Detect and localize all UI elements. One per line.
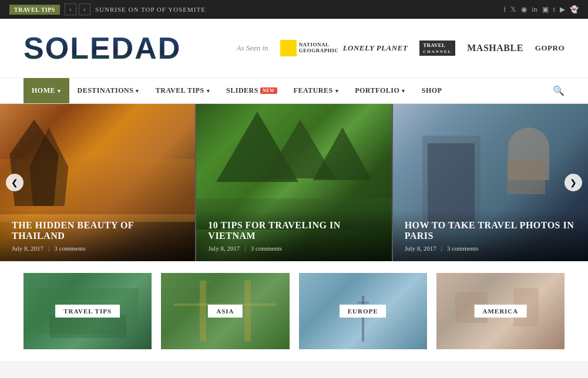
slide-3-overlay: HOW TO TAKE TRAVEL PHOTOS IN PARIS July … [393,211,588,261]
slide-1[interactable]: THE HIDDEN BEAUTY OF THAILAND July 8, 20… [0,104,195,261]
destinations-chevron: ▾ [136,88,139,94]
hero-slider: ❮ THE HIDDEN BEAUTY OF THAILAND July 8, … [0,104,588,261]
cat-label-europe: EUROPE [340,305,387,318]
as-seen-in-text: As Seen in [236,43,268,53]
slider-next-button[interactable]: ❯ [565,174,582,191]
travel-channel-text: travelCHANNEL [419,41,455,56]
new-badge: NEW [260,87,277,94]
slide-3-meta: July 8, 2017 | 3 comments [405,245,576,252]
search-icon[interactable]: 🔍 [553,85,565,96]
cat-label-travel-tips: TRAVEL TIPS [55,305,120,318]
snapchat-icon[interactable]: 👻 [570,5,579,14]
slide-3-sep: | [441,245,442,252]
lonely-planet-text: lonely planet [343,43,408,53]
cat-america[interactable]: AMERICA [436,273,565,349]
home-chevron: ▾ [58,88,61,94]
nav-items: HOME ▾ DESTINATIONS ▾ TRAVEL TIPS ▾ SLID… [23,78,450,103]
nav-home[interactable]: HOME ▾ [23,78,69,103]
nat-geo-text: NATIONAL GEOGRAPHIC [299,42,331,54]
gopro-text: GoPro [535,43,565,53]
youtube-icon[interactable]: ▶ [560,5,565,14]
tumblr-icon[interactable]: t [553,5,555,14]
slide-1-title: THE HIDDEN BEAUTY OF THAILAND [12,220,183,241]
nav-travel-tips[interactable]: TRAVEL TIPS ▾ [147,78,218,103]
headline-next-button[interactable]: › [79,4,90,15]
slide-2-overlay: 10 TIPS FOR TRAVELING IN VIETNAM July 8,… [196,211,391,261]
facebook-icon[interactable]: f [503,5,506,14]
slide-3-title: HOW TO TAKE TRAVEL PHOTOS IN PARIS [405,220,576,241]
top-bar-left: TRAVEL TIPS ‹ › SUNRISE ON TOP OF YOSEMI… [9,4,206,15]
travel-tips-badge: TRAVEL TIPS [9,5,60,15]
slide-2[interactable]: 10 TIPS FOR TRAVELING IN VIETNAM July 8,… [196,104,391,261]
social-icons: f 𝕏 ◉ in ▣ t ▶ 👻 [503,5,579,14]
slide-1-meta: July 8, 2017 | 3 comments [12,245,183,252]
lonely-planet-logo: lonely planet [343,43,408,53]
travel-channel-logo: travelCHANNEL [419,41,455,56]
cat-label-asia: ASIA [208,305,242,318]
partner-logos: As Seen in NATIONAL GEOGRAPHIC lonely pl… [236,40,565,56]
top-bar: TRAVEL TIPS ‹ › SUNRISE ON TOP OF YOSEMI… [0,0,588,19]
slide-2-sep: | [244,245,246,252]
site-logo[interactable]: SOLEDAD [23,31,181,66]
cat-asia[interactable]: ASIA [161,273,289,349]
slider-prev-button[interactable]: ❮ [6,174,23,191]
national-geographic-logo: NATIONAL GEOGRAPHIC [280,40,331,56]
gopro-logo: GoPro [535,43,565,53]
slide-1-comments: 3 comments [54,245,85,252]
slide-2-date: July 8, 2017 [208,245,240,252]
slide-3-date: July 8, 2017 [405,245,436,252]
nav-destinations[interactable]: DESTINATIONS ▾ [69,78,147,103]
main-nav: HOME ▾ DESTINATIONS ▾ TRAVEL TIPS ▾ SLID… [0,78,588,104]
nav-features[interactable]: FEATURES ▾ [285,78,347,103]
twitter-icon[interactable]: 𝕏 [510,5,516,14]
nav-sliders[interactable]: SLIDERS NEW [218,78,285,103]
cat-europe[interactable]: EUROPE [299,273,427,349]
header: SOLEDAD As Seen in NATIONAL GEOGRAPHIC l… [0,19,588,78]
portfolio-chevron: ▾ [402,88,405,94]
slide-3[interactable]: HOW TO TAKE TRAVEL PHOTOS IN PARIS July … [393,104,588,261]
cat-travel-tips[interactable]: TRAVEL TIPS [23,273,152,349]
nat-geo-box [280,40,297,56]
nav-shop[interactable]: SHOP [414,78,451,103]
slide-1-overlay: THE HIDDEN BEAUTY OF THAILAND July 8, 20… [0,211,195,261]
slide-2-meta: July 8, 2017 | 3 comments [208,245,379,252]
slide-2-title: 10 TIPS FOR TRAVELING IN VIETNAM [208,220,379,241]
category-grid: TRAVEL TIPS ASIA EUROPE AMERICA [0,261,588,361]
travel-tips-chevron: ▾ [207,88,210,94]
top-bar-nav: ‹ › [65,4,90,15]
slide-1-sep: | [48,245,49,252]
cat-label-america: AMERICA [474,305,526,318]
linkedin-icon[interactable]: in [532,5,537,14]
slide-3-comments: 3 comments [447,245,478,252]
headline-text: SUNRISE ON TOP OF YOSEMITE [95,6,206,13]
slide-2-comments: 3 comments [251,245,282,252]
mashable-text: Mashable [467,43,523,53]
instagram-icon[interactable]: ◉ [521,5,527,14]
headline-prev-button[interactable]: ‹ [65,4,76,15]
vk-icon[interactable]: ▣ [542,5,549,14]
slide-1-date: July 8, 2017 [12,245,43,252]
nav-portfolio[interactable]: PORTFOLIO ▾ [347,78,414,103]
mashable-logo: Mashable [467,43,523,53]
features-chevron: ▾ [335,88,339,94]
